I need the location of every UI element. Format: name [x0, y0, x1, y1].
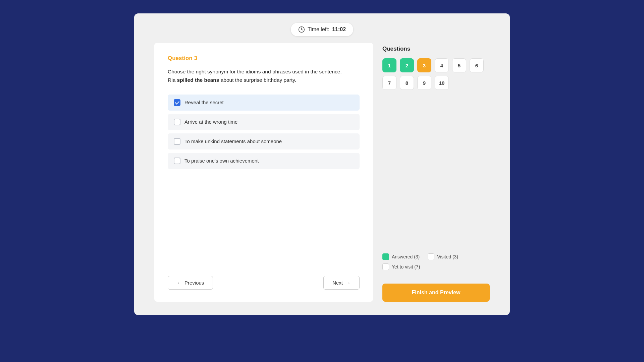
option-text-3: To make unkind statements about someone — [184, 138, 282, 144]
legend-yet: Yet to visit (7) — [382, 263, 420, 270]
previous-label: Previous — [184, 280, 204, 286]
arrow-right-icon: → — [345, 280, 351, 286]
option-checkbox-4 — [174, 158, 180, 164]
option-item[interactable]: To praise one's own achievement — [168, 153, 360, 169]
sidebar: Questions 12345678910 Answered (3) Visit… — [382, 43, 490, 302]
main-container: Time left: 11:02 Question 3 Choose the r… — [134, 13, 510, 315]
question-nav-btn-9[interactable]: 9 — [417, 76, 431, 90]
question-nav-btn-3[interactable]: 3 — [417, 58, 431, 72]
option-text-2: Arrive at the wrong time — [184, 119, 237, 125]
question-nav-btn-7[interactable]: 7 — [382, 76, 396, 90]
sentence-before: Ria — [168, 77, 177, 83]
sidebar-title: Questions — [382, 46, 490, 52]
question-panel: Question 3 Choose the right synonym for … — [154, 43, 373, 302]
question-nav-btn-8[interactable]: 8 — [400, 76, 414, 90]
question-number: Question 3 — [168, 55, 360, 62]
content-area: Question 3 Choose the right synonym for … — [134, 43, 510, 315]
option-checkbox-1 — [174, 99, 180, 106]
legend-answered: Answered (3) — [382, 253, 420, 260]
visited-label: Visited (3) — [437, 254, 458, 259]
question-nav-btn-2[interactable]: 2 — [400, 58, 414, 72]
answered-label: Answered (3) — [392, 254, 420, 259]
timer-label: Time left: — [308, 26, 329, 33]
yet-dot — [382, 263, 389, 270]
question-nav-btn-6[interactable]: 6 — [470, 58, 484, 72]
legend: Answered (3) Visited (3) Yet to visit (7… — [382, 253, 490, 270]
next-button[interactable]: Next → — [323, 276, 360, 290]
clock-icon — [298, 26, 305, 33]
option-item[interactable]: Reveal the secret — [168, 95, 360, 111]
yet-label: Yet to visit (7) — [392, 264, 420, 269]
question-instruction: Choose the right synonym for the idioms … — [168, 69, 342, 74]
question-nav-btn-4[interactable]: 4 — [435, 58, 449, 72]
finish-label: Finish and Preview — [412, 290, 461, 295]
timer-value: 11:02 — [332, 26, 346, 33]
legend-visited: Visited (3) — [428, 253, 458, 260]
question-nav-btn-10[interactable]: 10 — [435, 76, 449, 90]
sidebar-bottom: Answered (3) Visited (3) Yet to visit (7… — [382, 253, 490, 302]
option-text-4: To praise one's own achievement — [184, 158, 259, 164]
option-checkbox-2 — [174, 119, 180, 125]
timer-pill: Time left: 11:02 — [291, 23, 353, 36]
next-label: Next — [332, 280, 343, 286]
nav-buttons: ← Previous Next → — [168, 276, 360, 290]
question-grid: 12345678910 — [382, 58, 490, 90]
visited-dot — [428, 253, 434, 260]
finish-preview-button[interactable]: Finish and Preview — [382, 284, 490, 302]
sentence-after: about the surprise birthday party. — [219, 77, 296, 83]
previous-button[interactable]: ← Previous — [168, 276, 213, 290]
answered-dot — [382, 253, 389, 260]
legend-row-2: Yet to visit (7) — [382, 263, 490, 270]
question-nav-btn-1[interactable]: 1 — [382, 58, 396, 72]
option-checkbox-3 — [174, 138, 180, 145]
question-nav-btn-5[interactable]: 5 — [452, 58, 466, 72]
sentence-bold: spilled the beans — [177, 77, 219, 83]
timer-bar: Time left: 11:02 — [134, 13, 510, 43]
legend-row-1: Answered (3) Visited (3) — [382, 253, 490, 260]
question-text: Choose the right synonym for the idioms … — [168, 68, 360, 84]
option-text-1: Reveal the secret — [184, 100, 224, 105]
option-item[interactable]: Arrive at the wrong time — [168, 114, 360, 130]
option-item[interactable]: To make unkind statements about someone — [168, 133, 360, 149]
arrow-left-icon: ← — [177, 280, 182, 286]
options-list: Reveal the secret Arrive at the wrong ti… — [168, 95, 360, 264]
